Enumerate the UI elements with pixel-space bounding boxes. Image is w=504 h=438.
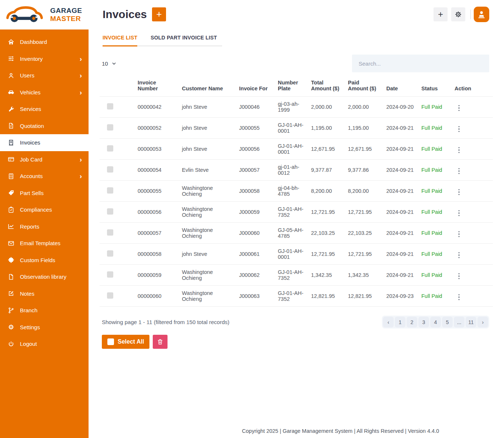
- sidebar-item-inventory[interactable]: Inventory ›: [0, 51, 89, 67]
- brand-line1: GARAGE: [50, 7, 82, 15]
- more-actions-icon[interactable]: [455, 125, 463, 134]
- sidebar-item-observation-library[interactable]: Observation library ›: [0, 268, 89, 285]
- document-icon: [8, 274, 14, 280]
- cell-total-amount: 22,103.25: [308, 223, 345, 244]
- table-row: 00000054 Evlin Steve J000057 gj-01-ah-00…: [100, 160, 493, 181]
- sidebar-item-part-sells[interactable]: Part Sells ›: [0, 185, 89, 202]
- more-actions-icon[interactable]: [455, 167, 463, 176]
- sidebar-item-branch[interactable]: Branch ›: [0, 302, 89, 319]
- cell-invoice-number: 00000058: [135, 244, 179, 265]
- sidebar-item-email-templates[interactable]: Email Templates ›: [0, 235, 89, 252]
- row-checkbox[interactable]: [107, 103, 113, 110]
- row-checkbox[interactable]: [107, 229, 113, 236]
- page-length-select[interactable]: 10: [102, 60, 117, 67]
- user-icon: [8, 72, 14, 79]
- tab[interactable]: INVOICE LIST: [103, 31, 137, 46]
- cell-invoice-number: 00000057: [135, 223, 179, 244]
- more-actions-icon[interactable]: [455, 230, 463, 239]
- pagination-button[interactable]: 3: [418, 317, 429, 327]
- cell-paid-amount: 1,195.00: [345, 118, 383, 139]
- pagination-button[interactable]: 2: [407, 317, 417, 327]
- pagination-button[interactable]: 5: [442, 317, 453, 327]
- row-checkbox[interactable]: [107, 271, 113, 278]
- sidebar-item-notes[interactable]: Notes ›: [0, 285, 89, 302]
- pagination-button[interactable]: ...: [454, 317, 465, 327]
- search-box: [352, 55, 489, 72]
- pagination-button[interactable]: ‹: [383, 317, 394, 327]
- settings-button[interactable]: [451, 7, 465, 21]
- sidebar-item-vehicles[interactable]: Vehicles ›: [0, 84, 89, 101]
- cell-total-amount: 1,195.00: [308, 118, 345, 139]
- row-checkbox[interactable]: [107, 166, 113, 173]
- chart-icon: [8, 223, 14, 230]
- cell-customer-name: john Steve: [179, 244, 236, 265]
- trash-icon: [157, 338, 163, 345]
- branch-icon: [8, 307, 14, 314]
- more-actions-icon[interactable]: [455, 104, 463, 113]
- row-checkbox[interactable]: [107, 250, 113, 257]
- row-checkbox[interactable]: [107, 187, 113, 194]
- quick-add-button[interactable]: +: [434, 7, 448, 21]
- cell-paid-amount: 12,721.95: [345, 202, 383, 223]
- pagination-button[interactable]: 1: [395, 317, 405, 327]
- tag-icon: [8, 190, 14, 196]
- cell-invoice-for: J000046: [236, 97, 275, 118]
- gear-icon: [8, 324, 14, 330]
- select-all-button[interactable]: Select All: [102, 335, 149, 349]
- pagination-button[interactable]: 11: [466, 317, 476, 327]
- more-actions-icon[interactable]: [455, 146, 463, 155]
- cell-customer-name: Washingtone Ochieng: [179, 286, 236, 307]
- status-badge: Full Paid: [418, 244, 452, 265]
- page-header: Invoices + +: [89, 0, 504, 22]
- cell-customer-name: Washingtone Ochieng: [179, 265, 236, 286]
- pagination-button[interactable]: 4: [430, 317, 441, 327]
- sidebar-item-accounts[interactable]: Accounts ›: [0, 168, 89, 185]
- chevron-right-icon: ›: [80, 55, 82, 62]
- sidebar-item-settings[interactable]: Settings ›: [0, 319, 89, 336]
- search-input[interactable]: [352, 55, 489, 72]
- cell-number-plate: gj-04-bh-4785: [275, 181, 308, 202]
- user-avatar-button[interactable]: [474, 7, 489, 22]
- more-actions-icon[interactable]: [455, 251, 463, 260]
- bulk-delete-button[interactable]: [153, 335, 168, 349]
- row-checkbox[interactable]: [107, 124, 113, 131]
- app-logo: GARAGE MASTER: [0, 0, 89, 29]
- sidebar-item-logout[interactable]: Logout ›: [0, 336, 89, 352]
- status-badge: Full Paid: [418, 160, 452, 181]
- sidebar-item-compliances[interactable]: Compliances ›: [0, 201, 89, 218]
- tab[interactable]: SOLD PART INVOICE LIST: [151, 31, 217, 46]
- topbar-divider: [470, 10, 471, 19]
- cell-number-plate: gj-01-ah-0012: [275, 160, 308, 181]
- cell-date: 2024-09-21: [383, 118, 418, 139]
- cell-total-amount: 12,721.95: [308, 202, 345, 223]
- table-row: 00000058 john Steve J000061 GJ-01-AH-000…: [100, 244, 493, 265]
- status-badge: Full Paid: [418, 97, 452, 118]
- topbar-actions: +: [430, 7, 489, 22]
- sidebar-item-users[interactable]: Users ›: [0, 67, 89, 84]
- add-invoice-button[interactable]: +: [152, 7, 166, 21]
- row-checkbox[interactable]: [107, 145, 113, 152]
- more-actions-icon[interactable]: [455, 293, 463, 302]
- chevron-right-icon: ›: [80, 156, 82, 163]
- pagination-button[interactable]: ›: [477, 317, 488, 327]
- sidebar-item-quotation[interactable]: Quotation ›: [0, 118, 89, 135]
- cell-customer-name: john Steve: [179, 139, 236, 160]
- more-actions-icon[interactable]: [455, 209, 463, 218]
- sidebar-item-invoices[interactable]: Invoices ›: [0, 134, 89, 151]
- more-actions-icon[interactable]: [455, 272, 463, 281]
- sidebar-nav: Dashboard › Inventory › Users › Vehicles…: [0, 29, 89, 352]
- chevron-right-icon: ›: [80, 173, 82, 180]
- sidebar-item-custom-fields[interactable]: Custom Fields ›: [0, 252, 89, 269]
- sidebar-item-job-card[interactable]: Job Card ›: [0, 151, 89, 168]
- sidebar-item-services[interactable]: Services ›: [0, 101, 89, 118]
- chevron-right-icon: ›: [80, 72, 82, 79]
- row-checkbox[interactable]: [107, 208, 113, 215]
- column-header: Status: [418, 74, 452, 97]
- cell-date: 2024-09-20: [383, 97, 418, 118]
- row-checkbox[interactable]: [107, 292, 113, 299]
- table-body: 00000042 john Steve J000046 gj-03-ah-199…: [100, 97, 493, 307]
- more-actions-icon[interactable]: [455, 188, 463, 197]
- sidebar-item-dashboard[interactable]: Dashboard ›: [0, 34, 89, 51]
- sidebar-item-reports[interactable]: Reports ›: [0, 218, 89, 235]
- select-all-checkbox[interactable]: [107, 338, 114, 345]
